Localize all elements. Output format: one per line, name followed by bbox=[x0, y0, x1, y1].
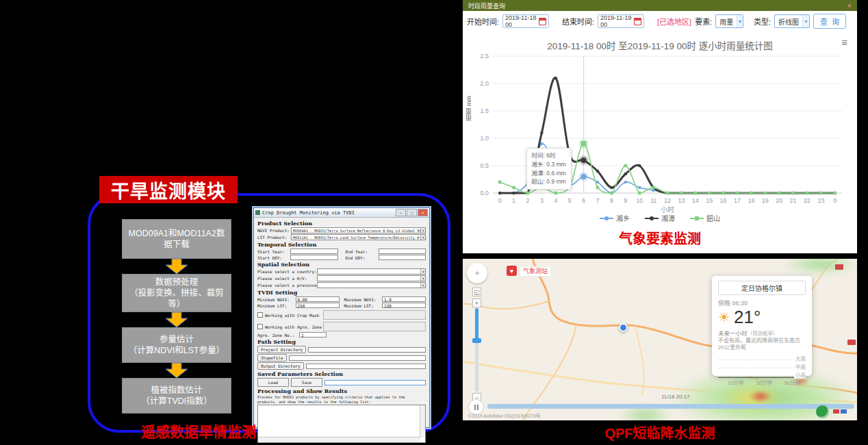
start-time-value: 2019-11-18 00 bbox=[505, 14, 537, 28]
chart-type-select[interactable]: 折线图 ▾ bbox=[774, 14, 810, 28]
rain-level-row: 大雨 bbox=[718, 352, 806, 360]
svg-text:0: 0 bbox=[498, 197, 502, 204]
load-button[interactable]: Load bbox=[257, 378, 289, 387]
min-ndvi-input[interactable]: 0.00 bbox=[296, 296, 340, 302]
svg-text:8: 8 bbox=[610, 197, 613, 204]
zoom-slider-handle[interactable] bbox=[472, 338, 481, 343]
station-marker-icon[interactable]: ♥ bbox=[507, 266, 517, 276]
ndvi-product-value: MOD09A1 - MODIS/Terra Surface Reflectanc… bbox=[292, 229, 420, 233]
svg-text:22: 22 bbox=[804, 197, 810, 204]
timeline-progress-bar[interactable] bbox=[487, 404, 854, 409]
chevron-down-icon: ▾ bbox=[420, 276, 425, 281]
legend-item[interactable]: 湘乡 bbox=[600, 213, 630, 223]
hv-select[interactable]: ▾ bbox=[317, 275, 426, 281]
rain-line-chart[interactable]: 0.00.51.01.52.02.50123456789101112131415… bbox=[468, 51, 852, 214]
output-directory-button[interactable]: Output Directory bbox=[257, 362, 304, 370]
map-mini-icon bbox=[841, 409, 847, 414]
flow-step: 植被指数估计（计算TVDI指数） bbox=[122, 378, 231, 414]
project-directory-field[interactable] bbox=[308, 347, 426, 353]
qpf-map[interactable]: ✛ ◱ + − ♥ 气象测站 定日协格尔镇 傍晚 06:30 ☀ 21° 未来一… bbox=[463, 259, 857, 420]
vertical-scrollbar[interactable] bbox=[420, 405, 425, 437]
start-time-label: 开始时间: bbox=[467, 16, 499, 27]
end-doy-input[interactable] bbox=[379, 255, 426, 260]
chevron-down-icon: ▾ bbox=[420, 235, 425, 240]
svg-text:13: 13 bbox=[678, 197, 685, 204]
shapefile-button[interactable]: Shapefile bbox=[257, 354, 287, 361]
zoom-in-icon[interactable]: + bbox=[472, 298, 481, 307]
start-year-input[interactable] bbox=[290, 249, 337, 254]
min-lst-input[interactable]: 250 bbox=[296, 303, 340, 308]
agro-zone-checkbox[interactable] bbox=[257, 324, 263, 329]
svg-text:15: 15 bbox=[706, 197, 713, 204]
agro-no-input[interactable]: 1 bbox=[299, 332, 327, 338]
province-select[interactable]: ▾ bbox=[317, 282, 426, 288]
end-time-input[interactable]: 2019-11-19 00 bbox=[598, 14, 644, 28]
map-pan-control[interactable]: ✛ bbox=[467, 263, 487, 283]
agro-no-label: Agro. Zone No.: bbox=[257, 333, 297, 338]
hamburger-menu-icon[interactable]: ≡ bbox=[841, 37, 847, 47]
flow-step: 数据预处理（投影变换、拼接、裁剪等） bbox=[122, 274, 231, 312]
max-lst-input[interactable]: 330 bbox=[382, 303, 426, 308]
rain-window-titlebar[interactable]: 时段雨量查询 × bbox=[463, 0, 857, 11]
svg-text:16: 16 bbox=[720, 197, 727, 204]
min-ndvi-label: Minimum NDVI: bbox=[257, 297, 294, 302]
ndvi-product-label: NDVI Product: bbox=[257, 228, 289, 233]
svg-text:2.5: 2.5 bbox=[480, 53, 489, 60]
rain-tick-label: 50分钟 bbox=[784, 379, 800, 386]
svg-text:2: 2 bbox=[526, 197, 529, 204]
max-ndvi-input[interactable]: 1.0 bbox=[382, 296, 426, 302]
map-3d-toggle[interactable]: ◱ bbox=[472, 288, 481, 296]
close-icon[interactable]: × bbox=[418, 209, 428, 216]
start-doy-input[interactable] bbox=[290, 255, 337, 260]
processing-hint: Process for MODIS products by specifying… bbox=[257, 395, 426, 404]
output-directory-field[interactable] bbox=[306, 364, 426, 369]
country-select[interactable]: ▾ bbox=[317, 268, 426, 275]
location-dot[interactable] bbox=[619, 323, 628, 332]
timeline-time: 11/18 20:17 bbox=[661, 394, 690, 400]
spatial-selection-heading: Spatial Selection bbox=[257, 261, 426, 268]
svg-text:14: 14 bbox=[692, 197, 699, 204]
rain-query-window: 时段雨量查询 × 开始时间: 2019-11-18 00 结束时间: 2019-… bbox=[463, 0, 857, 253]
rain-tick-label: 10分钟 bbox=[728, 379, 743, 386]
query-button[interactable]: 查询 bbox=[813, 14, 846, 29]
map-provider-logo bbox=[816, 405, 829, 418]
selected-region-link[interactable]: [已选地区] bbox=[657, 16, 691, 27]
drought-module-title: 干旱监测模块 bbox=[99, 176, 238, 203]
svg-text:12: 12 bbox=[664, 197, 671, 204]
legend-item[interactable]: 韶山 bbox=[690, 213, 720, 223]
crop-mask-checkbox[interactable] bbox=[257, 312, 263, 318]
close-icon[interactable]: × bbox=[847, 1, 852, 10]
element-select[interactable]: 雨量 ▾ bbox=[715, 14, 743, 28]
tvdi-window-title: Crop Drought Monitoring via TVDI bbox=[262, 210, 396, 216]
ndvi-product-select[interactable]: MOD09A1 - MODIS/Terra Surface Reflectanc… bbox=[291, 227, 426, 233]
end-time-label: 结束时间: bbox=[562, 16, 594, 27]
svg-text:10: 10 bbox=[636, 197, 643, 204]
forecast-title: 未来一小时 bbox=[718, 330, 748, 337]
chevron-down-icon: ▾ bbox=[737, 15, 743, 27]
project-directory-button[interactable]: Project Directory bbox=[257, 346, 306, 353]
svg-text:0.0: 0.0 bbox=[480, 190, 489, 196]
road-badge bbox=[847, 340, 856, 345]
end-time-value: 2019-11-19 00 bbox=[600, 14, 633, 28]
legend-item[interactable]: 湘潭 bbox=[645, 213, 675, 223]
svg-text:6: 6 bbox=[582, 197, 585, 204]
minimize-icon[interactable]: – bbox=[396, 209, 406, 216]
rain-chart-ticks: 10分钟30分钟50分钟 bbox=[718, 378, 806, 386]
chart-legend[interactable]: 湘乡湘潭韶山 bbox=[463, 213, 857, 223]
lst-product-select[interactable]: MOD11A2 - MODIS/Terra Land Surface Tempe… bbox=[291, 234, 426, 240]
maximize-icon[interactable]: □ bbox=[407, 209, 417, 216]
processing-heading: Processing and Show Results bbox=[257, 387, 426, 394]
start-time-input[interactable]: 2019-11-18 00 bbox=[502, 14, 549, 28]
end-year-input[interactable] bbox=[379, 249, 426, 254]
popup-time: 傍晚 06:30 bbox=[718, 298, 806, 307]
flow-step: MOD09A1和MOD11A2数据下载 bbox=[122, 219, 231, 259]
saved-parameters-field[interactable] bbox=[324, 380, 426, 385]
shapefile-field[interactable] bbox=[289, 355, 426, 361]
save-button[interactable]: Save bbox=[291, 378, 322, 387]
tvdi-app-window: Crop Drought Monitoring via TVDI – □ × P… bbox=[253, 207, 430, 428]
zoom-slider[interactable] bbox=[475, 308, 478, 392]
start-doy-label: Start DOY: bbox=[257, 255, 288, 260]
type-label: 类型: bbox=[754, 16, 771, 27]
type-value: 折线图 bbox=[775, 16, 802, 27]
tvdi-titlebar[interactable]: Crop Drought Monitoring via TVDI – □ × bbox=[254, 208, 429, 218]
